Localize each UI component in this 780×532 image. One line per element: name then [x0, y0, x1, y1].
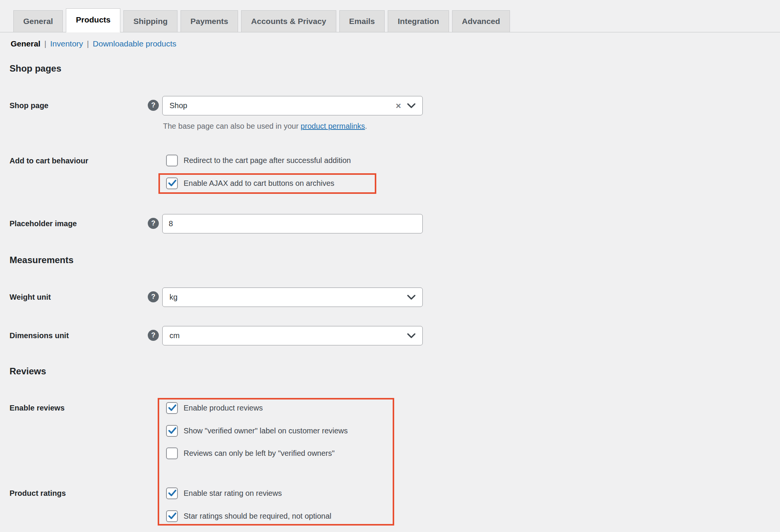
enable-star-rating-label[interactable]: Enable star rating on reviews — [184, 489, 282, 498]
weight-unit-help-icon[interactable]: ? — [148, 291, 159, 302]
checkmark-icon — [167, 178, 177, 188]
weight-unit-select[interactable]: kg — [162, 288, 423, 307]
measurements-heading: Measurements — [10, 255, 74, 265]
dimensions-unit-label: Dimensions unit — [10, 330, 69, 341]
redirect-to-cart-label[interactable]: Redirect to the cart page after successf… — [184, 156, 351, 165]
ajax-add-to-cart-option: Enable AJAX add to cart buttons on archi… — [166, 177, 334, 189]
add-to-cart-behaviour-label: Add to cart behaviour — [10, 155, 88, 166]
placeholder-image-label: Placeholder image — [10, 218, 77, 229]
shop-page-helper-text: The base page can also be used in your p… — [163, 121, 367, 131]
enable-star-rating-checkbox[interactable] — [166, 487, 178, 499]
ajax-add-to-cart-checkbox[interactable] — [166, 177, 178, 189]
tab-general[interactable]: General — [13, 10, 63, 32]
checkmark-icon — [167, 403, 177, 412]
verified-owners-only-checkbox[interactable] — [166, 447, 178, 459]
checkmark-icon — [167, 425, 177, 435]
checkmark-icon — [167, 488, 177, 498]
shop-pages-heading: Shop pages — [10, 63, 61, 74]
subnav-separator: | — [44, 39, 46, 48]
shop-page-help-icon[interactable]: ? — [148, 100, 159, 111]
placeholder-image-input[interactable] — [162, 214, 423, 233]
product-permalinks-link[interactable]: product permalinks — [300, 122, 365, 130]
redirect-to-cart-checkbox[interactable] — [166, 155, 178, 166]
star-ratings-required-label[interactable]: Star ratings should be required, not opt… — [184, 512, 331, 521]
chevron-down-icon — [407, 295, 416, 300]
subnav-separator: | — [87, 39, 89, 48]
dimensions-unit-select-value: cm — [169, 331, 407, 340]
enable-reviews-label: Enable reviews — [10, 403, 65, 413]
tab-advanced[interactable]: Advanced — [452, 10, 510, 32]
weight-unit-label: Weight unit — [10, 292, 51, 302]
chevron-down-icon — [407, 333, 416, 339]
enable-product-reviews-option: Enable product reviews — [166, 402, 263, 414]
dimensions-unit-help-icon[interactable]: ? — [148, 330, 159, 341]
helper-text-before: The base page can also be used in your — [163, 122, 300, 130]
verified-owner-label-checkbox[interactable] — [166, 425, 178, 437]
placeholder-image-help-icon[interactable]: ? — [148, 218, 159, 229]
verified-owners-only-option: Reviews can only be left by "verified ow… — [166, 447, 335, 459]
star-ratings-required-checkbox[interactable] — [166, 510, 178, 522]
tab-products[interactable]: Products — [66, 8, 120, 32]
subnav-item-inventory[interactable]: Inventory — [50, 39, 83, 48]
verified-owners-only-label[interactable]: Reviews can only be left by "verified ow… — [184, 449, 335, 458]
helper-text-after: . — [365, 122, 367, 130]
settings-tabs-bar: General Products Shipping Payments Accou… — [0, 9, 780, 32]
tab-accounts-privacy[interactable]: Accounts & Privacy — [241, 10, 336, 32]
dimensions-unit-select[interactable]: cm — [162, 326, 423, 345]
enable-star-rating-option: Enable star rating on reviews — [166, 487, 282, 499]
shop-page-select-value: Shop — [169, 101, 396, 110]
redirect-to-cart-option: Redirect to the cart page after successf… — [166, 155, 351, 166]
product-ratings-label: Product ratings — [10, 488, 66, 498]
products-subnav: General | Inventory | Downloadable produ… — [11, 39, 176, 48]
annotation-highlight-box-reviews — [158, 398, 394, 526]
verified-owner-label-label[interactable]: Show "verified owner" label on customer … — [184, 427, 348, 435]
settings-tabs: General Products Shipping Payments Accou… — [13, 8, 513, 32]
reviews-heading: Reviews — [10, 366, 46, 377]
ajax-add-to-cart-label[interactable]: Enable AJAX add to cart buttons on archi… — [184, 179, 334, 188]
chevron-down-icon — [407, 103, 416, 109]
tab-shipping[interactable]: Shipping — [123, 10, 177, 32]
verified-owner-label-option: Show "verified owner" label on customer … — [166, 425, 348, 437]
clear-selection-icon[interactable]: × — [396, 101, 401, 110]
subnav-item-downloadable-products[interactable]: Downloadable products — [93, 39, 176, 48]
subnav-item-general[interactable]: General — [11, 39, 40, 48]
star-ratings-required-option: Star ratings should be required, not opt… — [166, 510, 331, 522]
shop-page-select[interactable]: Shop × — [162, 96, 423, 115]
enable-product-reviews-label[interactable]: Enable product reviews — [184, 404, 263, 412]
tab-payments[interactable]: Payments — [181, 10, 238, 32]
checkmark-icon — [167, 511, 177, 521]
enable-product-reviews-checkbox[interactable] — [166, 402, 178, 414]
tab-integration[interactable]: Integration — [388, 10, 449, 32]
shop-page-label: Shop page — [10, 100, 48, 111]
weight-unit-select-value: kg — [169, 293, 407, 302]
tab-emails[interactable]: Emails — [339, 10, 385, 32]
